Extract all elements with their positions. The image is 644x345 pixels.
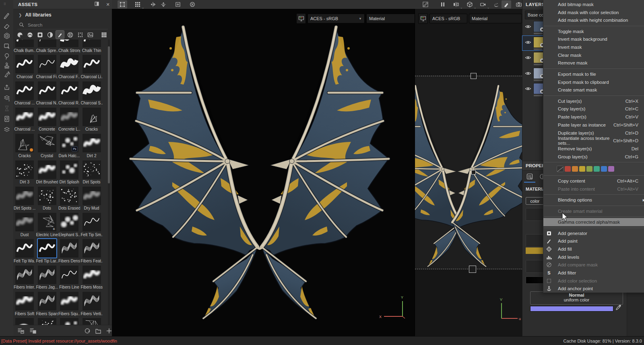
brush-thumbnail[interactable] xyxy=(60,213,78,231)
brush-thumbnail[interactable] xyxy=(60,187,78,205)
swatch-color[interactable] xyxy=(565,166,571,172)
brush-thumbnail[interactable] xyxy=(60,81,78,100)
material-ball-filter-icon[interactable] xyxy=(16,31,24,39)
color-profile-select-2d[interactable]: ACES - sRGB xyxy=(429,14,467,23)
swatch-none[interactable] xyxy=(557,166,564,172)
brush-item[interactable]: Dirt Spots xyxy=(81,160,103,185)
menu-item-create-smart-mask[interactable]: Create smart mask xyxy=(543,86,644,94)
swatch-color[interactable] xyxy=(579,166,585,172)
environment-icon[interactable] xyxy=(491,0,501,8)
grid-view-icon[interactable] xyxy=(100,31,108,39)
camera-video-icon[interactable]: ⌄ xyxy=(478,0,488,8)
brush-item[interactable]: Fibers Line xyxy=(58,266,80,290)
half-filter-filter-icon[interactable] xyxy=(46,31,54,39)
pattern-dots-filter-icon[interactable] xyxy=(76,31,84,39)
layer-visibility-eye-icon[interactable] xyxy=(525,40,531,46)
assets-scrollbar-thumb[interactable] xyxy=(108,46,110,183)
brush-thumbnail[interactable] xyxy=(83,266,101,284)
brush-thumbnail[interactable] xyxy=(60,292,78,310)
menu-item-remove-mask[interactable]: Remove mask xyxy=(543,59,644,67)
brush-item[interactable] xyxy=(14,318,35,325)
menu-item-invert-mask[interactable]: Invert mask xyxy=(543,43,644,51)
menu-item-remove-layer-s[interactable]: Remove layer(s)Del xyxy=(543,145,644,153)
brush-item[interactable]: Charcoal Li... xyxy=(81,55,103,79)
channel-select-2d[interactable]: Material xyxy=(469,14,522,23)
brush-item[interactable]: Dots Erased xyxy=(58,187,80,211)
brush-item[interactable]: ✳Electric Lines xyxy=(36,213,58,237)
brush-item[interactable]: Charcoal Fi... xyxy=(36,55,58,79)
brush-thumbnail[interactable] xyxy=(38,55,56,73)
menu-item-instantiate-across-texture-sets[interactable]: Instantiate across texture sets...Ctrl+S… xyxy=(543,137,644,145)
brush-thumbnail[interactable] xyxy=(38,318,56,325)
brush-item[interactable]: Dry Mud xyxy=(81,187,103,211)
panel-scroll-gutter[interactable] xyxy=(627,291,644,336)
panel-menu-icon[interactable]: ⠿ xyxy=(4,2,9,6)
brush-thumbnail[interactable] xyxy=(83,81,101,100)
brush-item[interactable]: Felt Tip Wa... xyxy=(14,239,35,263)
smart-material-filter-icon[interactable] xyxy=(26,31,34,39)
brush-thumbnail[interactable] xyxy=(15,39,34,47)
menu-item-add-mask-with-height-combination[interactable]: Add mask with height combination xyxy=(543,16,644,24)
brush-item[interactable]: Felt Tip Sm... xyxy=(81,213,103,237)
brush-item[interactable]: Dirt 3 xyxy=(14,160,35,185)
smart-mask-filter-icon[interactable] xyxy=(36,31,44,39)
import-list-icon[interactable] xyxy=(29,327,37,335)
brush-thumbnail[interactable] xyxy=(38,39,56,47)
brush-item[interactable]: Fibers Squ... xyxy=(58,292,80,316)
brush-thumbnail[interactable] xyxy=(83,108,101,126)
mirror-horizontal-icon[interactable] xyxy=(148,0,158,8)
brush-thumbnail[interactable] xyxy=(83,55,101,73)
new-folder-icon[interactable] xyxy=(95,327,102,335)
perspective-cube-icon[interactable]: ⌄ xyxy=(465,0,475,8)
clone-tool-icon[interactable] xyxy=(3,61,11,69)
brush-filter-icon[interactable] xyxy=(56,31,64,39)
brush-item[interactable]: Concrete xyxy=(36,108,58,132)
brush-thumbnail[interactable] xyxy=(83,160,101,179)
menu-item-add-fill[interactable]: Add fill xyxy=(543,245,644,253)
brush-thumbnail[interactable] xyxy=(83,134,101,152)
brush-item[interactable]: Charcoal S... xyxy=(81,81,103,106)
history-icon[interactable] xyxy=(3,104,11,112)
brush-item[interactable]: Charcoal F... xyxy=(58,55,80,79)
brush-thumbnail[interactable] xyxy=(83,213,101,231)
brush-thumbnail[interactable]: ✳ xyxy=(38,213,56,231)
smudge-tool-icon[interactable] xyxy=(3,52,11,60)
brush-item[interactable]: Dirt 2 xyxy=(81,134,103,158)
brush-item[interactable]: Dirt Brushed xyxy=(36,160,58,185)
brush-item[interactable]: Fibers Sparse xyxy=(36,292,58,316)
brush-item[interactable]: Fibers Jag... xyxy=(36,266,58,290)
reset-rotation-icon[interactable] xyxy=(188,0,197,8)
brush-thumbnail[interactable] xyxy=(15,239,34,258)
swatch-color[interactable] xyxy=(594,166,600,172)
menu-item-add-generator[interactable]: Add generator xyxy=(543,229,644,237)
display-settings-icon[interactable] xyxy=(296,13,306,24)
brush-item[interactable]: Chalk Strong xyxy=(58,39,80,53)
brush-thumbnail[interactable] xyxy=(38,160,56,179)
layer-visibility-eye-icon[interactable] xyxy=(525,86,531,92)
brush-item[interactable]: Charcoal R... xyxy=(58,81,80,106)
menu-item-export-mask-to-clipboard[interactable]: Export mask to clipboard xyxy=(543,78,644,86)
brush-item[interactable]: Fibers Inter... xyxy=(14,266,35,290)
brush-item[interactable]: Dirt Spots ... xyxy=(14,187,35,211)
menu-item-add-filter[interactable]: SAdd filter xyxy=(543,269,644,277)
projection-tool-icon[interactable] xyxy=(3,32,11,40)
menu-item-paste-layer-as-instance[interactable]: Paste layer as instanceCtrl+Shift+V xyxy=(543,121,644,129)
menu-item-copy-layer-s[interactable]: Copy layer(s)Ctrl+C xyxy=(543,105,644,113)
paint-brush-icon[interactable] xyxy=(502,0,511,8)
brush-item[interactable]: Chalk Bum... xyxy=(14,39,35,53)
particle-tool-icon[interactable] xyxy=(3,71,11,79)
dock-panel-icon[interactable] xyxy=(94,2,99,7)
menu-item-add-anchor-point[interactable]: Add anchor point xyxy=(543,285,644,293)
brush-item[interactable]: Fibers Feat... xyxy=(81,239,103,263)
brush-item[interactable]: Fibers Verti... xyxy=(81,292,103,316)
tab-properties[interactable] xyxy=(524,171,535,183)
brush-thumbnail[interactable] xyxy=(15,134,34,152)
save-list-icon[interactable] xyxy=(17,327,25,335)
brush-thumbnail[interactable] xyxy=(15,318,34,325)
brush-thumbnail[interactable] xyxy=(38,266,56,284)
swatch-color[interactable] xyxy=(608,166,614,172)
viewport-3d[interactable]: X Y ACES - sRGB▼ Material▼ xyxy=(112,9,415,336)
uv-handle-bottom[interactable] xyxy=(469,266,476,273)
menu-item-add-color-selection[interactable]: Add color selection xyxy=(543,277,644,285)
brush-item[interactable]: PsDark Hatc... xyxy=(58,134,80,158)
